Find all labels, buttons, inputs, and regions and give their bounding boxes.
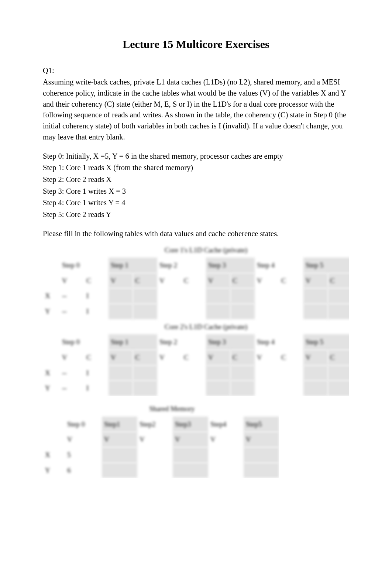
question-label: Q1:	[43, 65, 349, 76]
cell	[206, 380, 230, 396]
shared-memory-table-wrap: Shared Memory Step 0 Step1 Step2 Step3 S…	[43, 401, 279, 478]
step-header: Step 2	[157, 258, 206, 273]
cell	[244, 447, 279, 463]
cell	[255, 304, 279, 319]
step-2-text: Step 2: Core 2 reads X	[43, 174, 349, 185]
cell: --	[60, 304, 84, 319]
step-header: Step4	[208, 417, 244, 432]
step-header: Step 0	[60, 258, 109, 273]
core1-caption: Core 1's L1D Cache (private)	[60, 242, 349, 258]
row-var: Y	[43, 304, 60, 319]
step-header: Step2	[137, 417, 173, 432]
cell: --	[60, 288, 84, 304]
v-header: V	[206, 273, 230, 289]
table-caption-row: Core 2's L1D Cache (private)	[43, 319, 349, 335]
shared-memory-caption: Shared Memory	[65, 401, 279, 417]
core1-cache-table: Core 1's L1D Cache (private) Step 0 Step…	[43, 242, 349, 319]
table-caption-row: Shared Memory	[43, 401, 279, 417]
cell	[182, 304, 206, 319]
step-1-text: Step 1: Core 1 reads X (from the shared …	[43, 162, 349, 173]
core2-caption: Core 2's L1D Cache (private)	[60, 319, 349, 335]
step-header: Step5	[244, 417, 279, 432]
v-header: V	[173, 432, 208, 447]
cell: --	[60, 365, 84, 381]
cell	[133, 288, 157, 304]
cell	[255, 365, 279, 381]
shared-memory-table: Shared Memory Step 0 Step1 Step2 Step3 S…	[43, 401, 279, 478]
cell	[328, 380, 349, 396]
cell	[133, 380, 157, 396]
step-header: Step 3	[206, 258, 255, 273]
c-header: C	[84, 350, 109, 365]
cell	[230, 288, 255, 304]
v-header: V	[255, 273, 279, 289]
table-v-row: V V V V V V	[43, 432, 279, 447]
step-header: Step1	[102, 417, 137, 432]
cell	[157, 288, 182, 304]
v-header: V	[303, 350, 328, 365]
table-vc-row: V C V C V C V C V C V C	[43, 273, 349, 289]
step-4-text: Step 4: Core 1 writes Y = 4	[43, 197, 349, 208]
cell: I	[84, 288, 109, 304]
cell	[208, 463, 244, 478]
row-var: X	[43, 365, 60, 381]
cell	[173, 463, 208, 478]
cell	[303, 288, 328, 304]
step-header: Step3	[173, 417, 208, 432]
cell	[279, 380, 303, 396]
v-header: V	[109, 350, 133, 365]
step-header: Step 5	[303, 258, 349, 273]
cell	[109, 380, 133, 396]
v-header: V	[206, 350, 230, 365]
cell	[230, 365, 255, 381]
cell	[157, 365, 182, 381]
cell	[133, 365, 157, 381]
cell	[303, 380, 328, 396]
v-header: V	[244, 432, 279, 447]
table-row: X 5	[43, 447, 279, 463]
cell	[102, 463, 137, 478]
cell	[182, 288, 206, 304]
c-header: C	[230, 350, 255, 365]
cell: --	[60, 380, 84, 396]
table-steps-row: Step 0 Step1 Step2 Step3 Step4 Step5	[43, 417, 279, 432]
table-steps-row: Step 0 Step 1 Step 2 Step 3 Step 4 Step …	[43, 334, 349, 350]
cell: I	[84, 304, 109, 319]
step-header: Step 1	[109, 334, 157, 350]
c-header: C	[133, 273, 157, 289]
cell: I	[84, 380, 109, 396]
step-header: Step 1	[109, 258, 157, 273]
cell	[102, 447, 137, 463]
cell	[279, 304, 303, 319]
c-header: C	[133, 350, 157, 365]
table-caption-row: Core 1's L1D Cache (private)	[43, 242, 349, 258]
cell: I	[84, 365, 109, 381]
c-header: C	[279, 350, 303, 365]
v-header: V	[157, 350, 182, 365]
core1-cache-table-wrap: Core 1's L1D Cache (private) Step 0 Step…	[43, 242, 349, 396]
cell	[206, 365, 230, 381]
cell	[303, 365, 328, 381]
table-row: X -- I	[43, 288, 349, 304]
c-header: C	[182, 350, 206, 365]
cell	[109, 288, 133, 304]
v-header: V	[109, 273, 133, 289]
instruction-text: Please fill in the following tables with…	[43, 228, 349, 239]
row-var: Y	[43, 463, 65, 478]
step-0-text: Step 0: Initially, X =5, Y = 6 in the sh…	[43, 151, 349, 162]
cell	[255, 288, 279, 304]
table-vc-row: V C V C V C V C V C V C	[43, 350, 349, 365]
c-header: C	[84, 273, 109, 289]
table-row: Y -- I	[43, 304, 349, 319]
cell	[206, 288, 230, 304]
cell	[279, 365, 303, 381]
c-header: C	[182, 273, 206, 289]
cell	[279, 288, 303, 304]
row-var: Y	[43, 380, 60, 396]
cell	[230, 304, 255, 319]
cell	[208, 447, 244, 463]
v-header: V	[60, 350, 84, 365]
cell	[230, 380, 255, 396]
cell	[157, 380, 182, 396]
table-row: Y 6	[43, 463, 279, 478]
